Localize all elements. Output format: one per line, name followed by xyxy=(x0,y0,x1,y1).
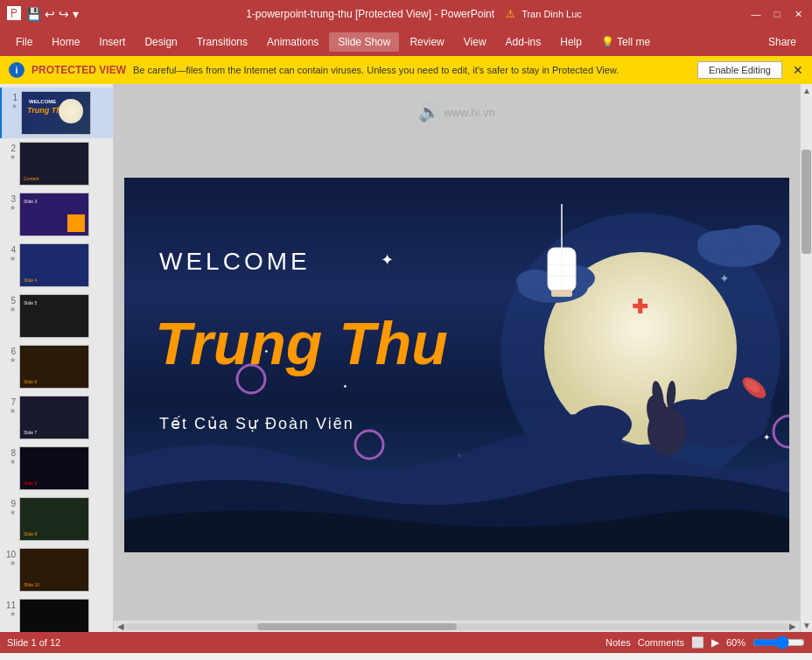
undo-icon[interactable]: ↩ xyxy=(45,7,55,21)
menu-share[interactable]: Share xyxy=(760,32,805,52)
protected-message: Be careful—files from the Internet can c… xyxy=(133,65,690,75)
window-controls: — □ ✕ xyxy=(749,7,805,21)
slide-welcome-text: WELCOME xyxy=(159,248,311,276)
slide-item-10[interactable]: 10 ★ Slide 10 xyxy=(0,544,113,595)
main-slide: ✦ ✦ ✦ ✦ ⬥ ✦ ⬥ ⬥ xyxy=(124,178,789,552)
customize-icon[interactable]: ▾ xyxy=(73,7,79,21)
comments-button[interactable]: Comments xyxy=(638,637,684,648)
slide-item-6[interactable]: 6 ★ Slide 6 xyxy=(0,341,113,392)
slide-number-10: 10 xyxy=(4,548,16,559)
slide-number-9: 9 xyxy=(4,497,16,509)
menu-tellme[interactable]: 💡 Tell me xyxy=(592,32,659,52)
menu-help[interactable]: Help xyxy=(551,32,591,52)
scroll-thumb[interactable] xyxy=(257,623,457,630)
slide-item-5[interactable]: 5 ★ Slide 5 xyxy=(0,291,113,341)
slide-panel: 1 ★ WELCOME Trung Thu 2 ★ Content 3 ★ xyxy=(0,84,114,632)
watermark-text: www.hi.vn xyxy=(444,106,495,119)
scroll-up-button[interactable]: ▲ xyxy=(801,84,812,97)
slide-number-1: 1 xyxy=(5,91,18,102)
speaker-icon: 🔊 xyxy=(418,102,440,123)
slide-title-text: Trung Thu xyxy=(155,309,448,377)
slide-star-11: ★ xyxy=(10,610,16,618)
redo-icon[interactable]: ↪ xyxy=(59,7,69,21)
slide-item-4[interactable]: 4 ★ Slide 4 xyxy=(0,240,113,291)
menu-design[interactable]: Design xyxy=(136,32,186,52)
menu-insert[interactable]: Insert xyxy=(90,32,134,52)
slide-subtitle-text: Tết Của Sự Đoàn Viên xyxy=(159,414,354,433)
slide-thumb-1: WELCOME Trung Thu xyxy=(21,91,91,135)
slide-item-11[interactable]: 11 ★ Slide 11 xyxy=(0,595,113,632)
notes-button[interactable]: Notes xyxy=(606,637,631,648)
slide-star-3: ★ xyxy=(10,204,16,212)
protected-badge: PROTECTED VIEW xyxy=(32,64,126,76)
slide-number-5: 5 xyxy=(4,294,16,305)
slide-item-3[interactable]: 3 ★ Slide 3 xyxy=(0,189,113,240)
maximize-button[interactable]: □ xyxy=(770,7,784,21)
save-icon[interactable]: 💾 xyxy=(26,7,41,21)
username: Tran Dinh Luc xyxy=(522,9,582,19)
view-normal-button[interactable]: ⬜ xyxy=(691,636,704,649)
slide-star-7: ★ xyxy=(10,407,16,415)
quick-access-toolbar: 💾 ↩ ↪ ▾ xyxy=(26,7,79,21)
slide-thumb-11: Slide 11 xyxy=(19,599,89,632)
slide-item-9[interactable]: 9 ★ Slide 9 xyxy=(0,494,113,544)
slide-item-1[interactable]: 1 ★ WELCOME Trung Thu xyxy=(0,88,113,138)
menu-view[interactable]: View xyxy=(455,32,495,52)
scroll-right-button[interactable]: ▶ xyxy=(789,621,796,631)
slide-number-4: 4 xyxy=(4,243,16,255)
scroll-track xyxy=(124,623,789,630)
slide-thumb-2: Content xyxy=(19,142,89,186)
app-icon: 🅿 xyxy=(7,6,21,22)
close-protected-bar-button[interactable]: ✕ xyxy=(793,63,803,77)
center-area: 🔊 www.hi.vn xyxy=(114,84,800,632)
slide-thumb-6: Slide 6 xyxy=(19,345,89,389)
svg-point-9 xyxy=(355,431,383,459)
status-bar: Slide 1 of 12 Notes Comments ⬜ ▶ 60% xyxy=(0,632,812,653)
status-right: Notes Comments ⬜ ▶ 60% xyxy=(606,636,805,649)
slide-number-6: 6 xyxy=(4,345,16,356)
enable-editing-button[interactable]: Enable Editing xyxy=(697,61,782,79)
svg-text:✚: ✚ xyxy=(632,296,648,318)
info-icon: i xyxy=(9,62,24,78)
slide-number-7: 7 xyxy=(4,396,16,407)
title-bar-left: 🅿 💾 ↩ ↪ ▾ xyxy=(7,6,79,22)
vertical-scrollbar[interactable]: ▲ ▼ xyxy=(800,84,812,632)
slide-star-2: ★ xyxy=(10,153,16,161)
menu-file[interactable]: File xyxy=(7,32,41,52)
slide-number-11: 11 xyxy=(4,599,16,610)
minimize-button[interactable]: — xyxy=(749,7,763,21)
title-text: 1-powerpoint-trung-thu [Protected View] … xyxy=(246,8,494,20)
slide-thumb-7: Slide 7 xyxy=(19,396,89,439)
slide-thumb-5: Slide 5 xyxy=(19,294,89,338)
vscroll-thumb[interactable] xyxy=(802,150,811,254)
menu-transitions[interactable]: Transitions xyxy=(188,32,256,52)
slide-thumb-8: Slide 8 xyxy=(19,446,89,490)
menu-slideshow[interactable]: Slide Show xyxy=(329,32,399,52)
zoom-level: 60% xyxy=(726,637,746,648)
view-slideshow-button[interactable]: ▶ xyxy=(711,636,719,649)
main-area: 1 ★ WELCOME Trung Thu 2 ★ Content 3 ★ xyxy=(0,84,812,632)
menu-review[interactable]: Review xyxy=(401,32,452,52)
slide-item-7[interactable]: 7 ★ Slide 7 xyxy=(0,392,113,443)
slide-star-4: ★ xyxy=(10,255,16,263)
svg-point-15 xyxy=(697,230,741,256)
close-button[interactable]: ✕ xyxy=(791,7,805,21)
menu-home[interactable]: Home xyxy=(43,32,88,52)
svg-text:✦: ✦ xyxy=(763,432,770,442)
slide-star-8: ★ xyxy=(10,458,16,466)
slide-star-9: ★ xyxy=(10,509,16,516)
zoom-slider[interactable] xyxy=(752,639,805,646)
slide-item-2[interactable]: 2 ★ Content xyxy=(0,138,113,189)
menu-animations[interactable]: Animations xyxy=(258,32,327,52)
horizontal-scrollbar[interactable]: ◀ ▶ xyxy=(114,620,800,632)
window-title: 1-powerpoint-trung-thu [Protected View] … xyxy=(79,8,749,20)
scroll-left-button[interactable]: ◀ xyxy=(117,621,124,631)
menu-bar: File Home Insert Design Transitions Anim… xyxy=(0,28,812,56)
slide-canvas-area: 🔊 www.hi.vn xyxy=(114,84,800,620)
slide-item-8[interactable]: 8 ★ Slide 8 xyxy=(0,443,113,494)
warning-icon: ⚠ xyxy=(506,8,515,20)
menu-addins[interactable]: Add-ins xyxy=(497,32,550,52)
scroll-down-button[interactable]: ▼ xyxy=(801,619,812,632)
slide-info: Slide 1 of 12 xyxy=(7,637,60,648)
slide-star-1: ★ xyxy=(11,102,18,110)
